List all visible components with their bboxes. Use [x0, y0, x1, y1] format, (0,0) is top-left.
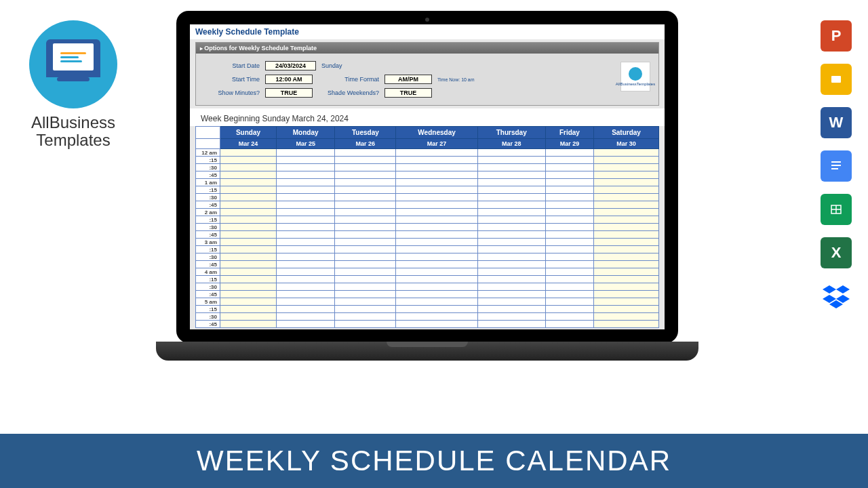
calendar-cell[interactable] [477, 246, 545, 253]
time-row[interactable]: :30 [196, 283, 659, 291]
calendar-cell[interactable] [277, 239, 335, 246]
calendar-cell[interactable] [277, 321, 335, 328]
time-row[interactable]: :15 [196, 246, 659, 253]
calendar-cell[interactable] [545, 246, 593, 253]
calendar-cell[interactable] [477, 321, 545, 328]
calendar-cell[interactable] [594, 283, 659, 291]
calendar-cell[interactable] [396, 224, 477, 231]
time-row[interactable]: :30 [196, 194, 659, 201]
calendar-cell[interactable] [335, 246, 396, 253]
calendar-cell[interactable] [545, 164, 593, 171]
calendar-cell[interactable] [277, 298, 335, 306]
calendar-cell[interactable] [277, 253, 335, 261]
calendar-cell[interactable] [220, 313, 277, 321]
calendar-cell[interactable] [277, 276, 335, 283]
calendar-cell[interactable] [594, 239, 659, 246]
calendar-cell[interactable] [396, 231, 477, 239]
calendar-cell[interactable] [477, 283, 545, 291]
calendar-cell[interactable] [335, 209, 396, 216]
calendar-cell[interactable] [335, 321, 396, 328]
calendar-cell[interactable] [545, 194, 593, 201]
calendar-cell[interactable] [545, 209, 593, 216]
calendar-cell[interactable] [545, 186, 593, 194]
time-row[interactable]: 3 am [196, 239, 659, 246]
calendar-cell[interactable] [220, 149, 277, 157]
calendar-cell[interactable] [396, 171, 477, 179]
time-row[interactable]: 5 am [196, 298, 659, 306]
calendar-cell[interactable] [335, 239, 396, 246]
calendar-cell[interactable] [335, 171, 396, 179]
calendar-cell[interactable] [335, 149, 396, 157]
calendar-cell[interactable] [220, 283, 277, 291]
calendar-cell[interactable] [396, 194, 477, 201]
calendar-cell[interactable] [220, 291, 277, 298]
calendar-cell[interactable] [277, 283, 335, 291]
time-row[interactable]: :45 [196, 171, 659, 179]
calendar-cell[interactable] [277, 201, 335, 209]
calendar-cell[interactable] [396, 149, 477, 157]
calendar-cell[interactable] [545, 298, 593, 306]
calendar-cell[interactable] [594, 224, 659, 231]
calendar-cell[interactable] [594, 194, 659, 201]
calendar-cell[interactable] [277, 216, 335, 224]
calendar-cell[interactable] [335, 201, 396, 209]
calendar-cell[interactable] [396, 164, 477, 171]
calendar-cell[interactable] [220, 253, 277, 261]
calendar-cell[interactable] [277, 164, 335, 171]
calendar-cell[interactable] [477, 268, 545, 276]
calendar-cell[interactable] [477, 313, 545, 321]
calendar-cell[interactable] [594, 171, 659, 179]
calendar-cell[interactable] [220, 276, 277, 283]
calendar-cell[interactable] [220, 201, 277, 209]
calendar-cell[interactable] [220, 216, 277, 224]
calendar-cell[interactable] [594, 157, 659, 164]
calendar-cell[interactable] [220, 321, 277, 328]
calendar-cell[interactable] [335, 306, 396, 313]
time-row[interactable]: :30 [196, 313, 659, 321]
calendar-cell[interactable] [477, 179, 545, 186]
calendar-cell[interactable] [335, 157, 396, 164]
calendar-cell[interactable] [477, 298, 545, 306]
calendar-cell[interactable] [594, 216, 659, 224]
calendar-cell[interactable] [277, 306, 335, 313]
calendar-cell[interactable] [545, 291, 593, 298]
calendar-cell[interactable] [277, 209, 335, 216]
calendar-cell[interactable] [277, 268, 335, 276]
calendar-cell[interactable] [477, 201, 545, 209]
calendar-cell[interactable] [594, 313, 659, 321]
options-header[interactable]: Options for Weekly Schedule Template [196, 43, 658, 54]
calendar-cell[interactable] [396, 239, 477, 246]
calendar-cell[interactable] [396, 246, 477, 253]
calendar-cell[interactable] [277, 149, 335, 157]
calendar-cell[interactable] [335, 276, 396, 283]
calendar-cell[interactable] [220, 157, 277, 164]
time-row[interactable]: :30 [196, 224, 659, 231]
calendar-cell[interactable] [545, 231, 593, 239]
time-row[interactable]: :45 [196, 231, 659, 239]
calendar-cell[interactable] [594, 306, 659, 313]
calendar-cell[interactable] [220, 306, 277, 313]
calendar-cell[interactable] [594, 186, 659, 194]
calendar-cell[interactable] [396, 283, 477, 291]
calendar-cell[interactable] [545, 157, 593, 164]
calendar-cell[interactable] [277, 194, 335, 201]
calendar-cell[interactable] [545, 224, 593, 231]
calendar-cell[interactable] [477, 157, 545, 164]
calendar-cell[interactable] [396, 298, 477, 306]
calendar-cell[interactable] [335, 164, 396, 171]
calendar-cell[interactable] [477, 239, 545, 246]
calendar-cell[interactable] [335, 283, 396, 291]
time-row[interactable]: :45 [196, 321, 659, 328]
calendar-cell[interactable] [545, 283, 593, 291]
calendar-cell[interactable] [477, 306, 545, 313]
calendar-cell[interactable] [594, 179, 659, 186]
shade-weekends-input[interactable]: TRUE [384, 88, 432, 98]
calendar-cell[interactable] [594, 231, 659, 239]
calendar-cell[interactable] [477, 276, 545, 283]
calendar-cell[interactable] [396, 321, 477, 328]
time-format-input[interactable]: AM/PM [384, 75, 432, 84]
calendar-cell[interactable] [396, 253, 477, 261]
calendar-cell[interactable] [335, 224, 396, 231]
calendar-cell[interactable] [545, 171, 593, 179]
calendar-cell[interactable] [335, 298, 396, 306]
